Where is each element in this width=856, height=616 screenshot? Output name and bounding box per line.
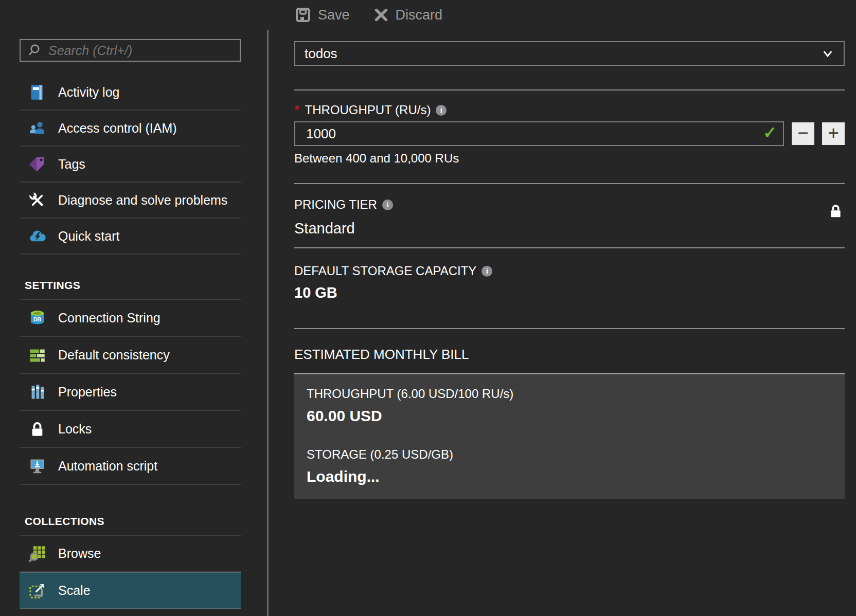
- svg-text:DB: DB: [33, 316, 41, 322]
- bill-throughput-label: THROUGHPUT (6.00 USD/100 RU/s): [307, 387, 832, 401]
- scale-icon: [28, 582, 46, 600]
- pricing-tier-label: PRICING TIER: [294, 197, 377, 212]
- search-input[interactable]: [48, 43, 233, 58]
- decrease-throughput-button[interactable]: −: [792, 122, 814, 145]
- sidebar-item-activity-log[interactable]: Activity log: [20, 75, 241, 111]
- storage-capacity-block: DEFAULT STORAGE CAPACITY i 10 GB: [294, 264, 845, 301]
- throughput-label-row: * THROUGHPUT (RU/s) i: [294, 103, 845, 117]
- bill-throughput-value: 60.00 USD: [307, 407, 832, 425]
- sidebar-item-label: Tags: [58, 157, 85, 172]
- throughput-input-wrap: ✓: [294, 121, 784, 146]
- throughput-input[interactable]: [294, 121, 784, 146]
- tools-icon: [28, 191, 46, 209]
- sidebar-item-locks[interactable]: Locks: [20, 411, 241, 448]
- blade-menu: Activity log Access control (IAM): [20, 39, 241, 609]
- activity-log-icon: [28, 83, 46, 101]
- command-bar: Save Discard: [268, 0, 856, 30]
- sidebar-section-settings: SETTINGS: [20, 255, 241, 300]
- section-separator: [294, 328, 845, 329]
- sidebar-item-properties[interactable]: Properties: [20, 374, 241, 411]
- storage-capacity-label-row: DEFAULT STORAGE CAPACITY i: [294, 264, 845, 278]
- save-button[interactable]: Save: [295, 7, 350, 23]
- tag-icon: [28, 155, 46, 173]
- collection-select[interactable]: todos: [294, 41, 845, 66]
- info-icon[interactable]: i: [481, 266, 492, 277]
- menu-search-box[interactable]: [20, 39, 241, 62]
- save-label: Save: [318, 7, 350, 23]
- discard-x-icon: [373, 7, 389, 23]
- padlock-icon: [28, 420, 46, 438]
- pricing-tier-value: Standard: [294, 220, 845, 237]
- database-icon: DB: [28, 309, 46, 327]
- info-icon[interactable]: i: [436, 105, 447, 116]
- sidebar-item-label: Connection String: [58, 311, 160, 325]
- info-icon[interactable]: i: [382, 200, 393, 210]
- estimated-bill-panel: THROUGHPUT (6.00 USD/100 RU/s) 60.00 USD…: [294, 373, 845, 499]
- section-separator: [294, 89, 845, 90]
- sidebar-item-label: Activity log: [58, 85, 119, 100]
- access-control-icon: [28, 119, 46, 137]
- cloud-bolt-icon: [28, 227, 46, 245]
- storage-capacity-label: DEFAULT STORAGE CAPACITY: [294, 264, 476, 278]
- section-separator: [294, 247, 845, 248]
- bill-line-item: THROUGHPUT (6.00 USD/100 RU/s) 60.00 USD: [307, 387, 832, 425]
- collection-select-value: todos: [305, 46, 337, 62]
- throughput-hint: Between 400 and 10,000 RUs: [294, 151, 845, 166]
- discard-label: Discard: [396, 7, 443, 23]
- sidebar-item-label: Access control (IAM): [58, 121, 177, 136]
- sidebar-item-label: Automation script: [58, 459, 157, 474]
- sidebar-item-diagnose[interactable]: Diagnose and solve problems: [20, 183, 241, 219]
- browse-grid-icon: [28, 545, 46, 563]
- sidebar-item-access-control[interactable]: Access control (IAM): [20, 111, 241, 147]
- sidebar-item-label: Properties: [58, 385, 117, 400]
- sidebar-item-label: Diagnose and solve problems: [58, 193, 227, 208]
- throughput-input-row: ✓ − +: [294, 121, 845, 146]
- locked-setting-icon: [829, 204, 843, 219]
- consistency-bars-icon: [28, 346, 46, 364]
- sidebar-item-label: Scale: [58, 583, 91, 598]
- sidebar-item-label: Browse: [58, 546, 101, 561]
- sliders-icon: [28, 383, 46, 401]
- search-icon: [28, 43, 42, 58]
- sidebar-item-label: Locks: [58, 422, 92, 437]
- valid-check-icon: ✓: [763, 123, 777, 142]
- sidebar-section-collections: COLLECTIONS: [20, 485, 241, 536]
- sidebar-item-label: Quick start: [58, 229, 119, 244]
- automation-script-icon: [28, 457, 46, 475]
- sidebar-item-tags[interactable]: Tags: [20, 147, 241, 183]
- chevron-down-icon: [821, 47, 834, 60]
- sidebar-item-quick-start[interactable]: Quick start: [20, 219, 241, 255]
- sidebar-item-browse[interactable]: Browse: [20, 536, 241, 572]
- required-marker: *: [294, 105, 300, 115]
- bill-line-item: STORAGE (0.25 USD/GB) Loading...: [307, 447, 832, 485]
- bill-storage-label: STORAGE (0.25 USD/GB): [307, 447, 832, 462]
- sidebar-item-automation-script[interactable]: Automation script: [20, 448, 241, 485]
- section-separator: [294, 183, 845, 184]
- sidebar-item-label: Default consistency: [58, 348, 170, 363]
- pane-divider: [267, 30, 269, 616]
- sidebar-item-connection-string[interactable]: DB Connection String: [20, 300, 241, 337]
- sidebar-item-scale[interactable]: Scale: [20, 572, 241, 609]
- estimated-bill-header: ESTIMATED MONTHLY BILL: [294, 347, 845, 363]
- pricing-tier-label-row: PRICING TIER i: [294, 197, 845, 212]
- scale-blade-content: todos * THROUGHPUT (RU/s) i ✓ − + Betwee…: [294, 30, 845, 499]
- discard-button[interactable]: Discard: [373, 7, 443, 23]
- throughput-label: THROUGHPUT (RU/s): [305, 103, 431, 117]
- pricing-tier-block: PRICING TIER i Standard: [294, 197, 845, 237]
- increase-throughput-button[interactable]: +: [822, 122, 845, 145]
- save-icon: [295, 7, 311, 23]
- bill-storage-value: Loading...: [307, 468, 832, 485]
- sidebar-item-default-consistency[interactable]: Default consistency: [20, 337, 241, 374]
- storage-capacity-value: 10 GB: [294, 284, 845, 301]
